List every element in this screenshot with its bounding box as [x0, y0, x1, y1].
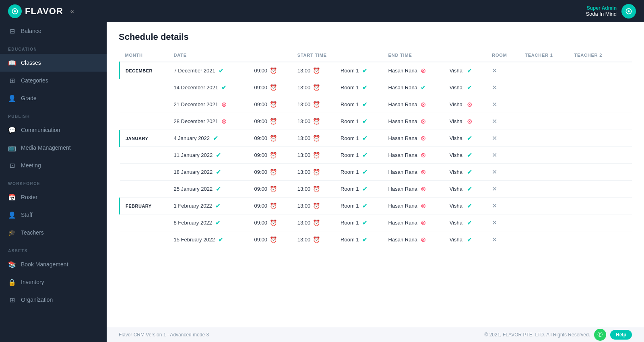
- whatsapp-button[interactable]: ✆: [594, 329, 606, 341]
- close-cell[interactable]: ✕: [486, 62, 519, 79]
- room-value: Room 1: [341, 186, 359, 192]
- close-icon[interactable]: ✕: [492, 202, 497, 209]
- room-value: Room 1: [341, 84, 359, 91]
- close-icon[interactable]: ✕: [492, 219, 497, 226]
- end-time-cell: 13:00⏰: [292, 198, 335, 214]
- teacher1-cell: Hasan Rana⊗: [383, 214, 444, 231]
- month-cell: [120, 231, 168, 248]
- sidebar-item-communication[interactable]: 💬 Communication: [0, 121, 107, 139]
- sidebar-label-meeting: Meeting: [21, 162, 41, 169]
- sidebar-label-categories: Categories: [21, 77, 48, 84]
- t2-check-icon: ✔: [467, 151, 472, 159]
- close-cell[interactable]: ✕: [486, 79, 519, 96]
- date-cell: 8 February 2022✔: [168, 214, 248, 231]
- sidebar-label-organization: Organization: [21, 297, 53, 303]
- sidebar-section-workforce: WORKFORCE: [0, 174, 107, 188]
- teacher1-value: Hasan Rana: [388, 220, 417, 226]
- start-time-cell: 09:00⏰: [249, 62, 292, 79]
- room-check-icon: ✔: [362, 202, 367, 210]
- sidebar-item-balance[interactable]: ⊟ Balance: [0, 22, 107, 40]
- sidebar-label-teachers: Teachers: [21, 229, 44, 236]
- sidebar-label-balance: Balance: [21, 28, 41, 34]
- close-cell[interactable]: ✕: [486, 113, 519, 130]
- logo-text: FLAVOR: [25, 6, 63, 16]
- clock-icon: ⏰: [313, 135, 320, 142]
- footer-right: © 2021, FLAVOR PTE. LTD. All Rights Rese…: [484, 329, 632, 341]
- room-cell: Room 1✔: [335, 113, 383, 130]
- close-icon[interactable]: ✕: [492, 101, 497, 108]
- sidebar-label-media: Media Management: [21, 144, 71, 151]
- close-cell[interactable]: ✕: [486, 214, 519, 231]
- sidebar-item-media-management[interactable]: 📺 Media Management: [0, 139, 107, 157]
- end-time-cell: 13:00⏰: [292, 62, 335, 79]
- help-button[interactable]: Help: [610, 330, 632, 340]
- end-time-value: 13:00: [297, 84, 311, 91]
- start-time-cell: 09:00⏰: [249, 96, 292, 113]
- start-time-cell: 09:00⏰: [249, 214, 292, 231]
- teacher1-value: Hasan Rana: [388, 118, 417, 124]
- close-icon[interactable]: ✕: [492, 118, 497, 125]
- table-row: 11 January 2022✔09:00⏰13:00⏰Room 1✔Hasan…: [120, 147, 632, 164]
- sidebar-item-organization[interactable]: ⊞ Organization: [0, 291, 107, 309]
- clock-icon: ⏰: [270, 169, 277, 176]
- sidebar-item-meeting[interactable]: ⊡ Meeting: [0, 157, 107, 174]
- meeting-icon: ⊡: [8, 161, 16, 169]
- date-cell: 15 February 2022✔: [168, 231, 248, 248]
- close-icon[interactable]: ✕: [492, 152, 497, 159]
- room-check-icon: ✔: [362, 236, 367, 243]
- close-cell[interactable]: ✕: [486, 198, 519, 214]
- sidebar-label-books: Book Management: [21, 261, 68, 268]
- close-icon[interactable]: ✕: [492, 84, 497, 91]
- close-cell[interactable]: ✕: [486, 164, 519, 181]
- t1-error-icon: ⊗: [421, 67, 426, 74]
- teacher2-value: Vishal: [450, 203, 464, 209]
- close-cell[interactable]: ✕: [486, 130, 519, 147]
- close-icon[interactable]: ✕: [492, 236, 497, 243]
- teacher2-value: Vishal: [450, 169, 464, 175]
- month-cell: DECEMBER: [120, 62, 168, 79]
- teacher1-value: Hasan Rana: [388, 237, 417, 243]
- date-cell: 25 January 2022✔: [168, 181, 248, 198]
- date-check-icon: ✔: [218, 236, 223, 243]
- teacher1-cell: Hasan Rana⊗: [383, 164, 444, 181]
- collapse-button[interactable]: «: [70, 8, 74, 15]
- clock-icon: ⏰: [270, 202, 277, 210]
- teacher2-value: Vishal: [450, 237, 464, 243]
- table-row: 15 February 2022✔09:00⏰13:00⏰Room 1✔Hasa…: [120, 231, 632, 248]
- close-icon[interactable]: ✕: [492, 169, 497, 175]
- sidebar-item-roster[interactable]: 📅 Roster: [0, 188, 107, 206]
- close-icon[interactable]: ✕: [492, 185, 497, 192]
- date-value: 8 February 2022: [173, 220, 212, 226]
- sidebar-item-classes[interactable]: 📖 Classes: [0, 54, 107, 72]
- end-time-value: 13:00: [297, 186, 311, 192]
- room-check-icon: ✔: [362, 101, 367, 108]
- teacher1-cell: Hasan Rana⊗: [383, 62, 444, 79]
- sidebar-item-grade[interactable]: 👤 Grade: [0, 89, 107, 107]
- t1-error-icon: ⊗: [421, 219, 426, 227]
- room-value: Room 1: [341, 68, 359, 74]
- date-cell: 1 February 2022✔: [168, 198, 248, 214]
- teacher1-value: Hasan Rana: [388, 135, 417, 141]
- sidebar-label-roster: Roster: [21, 194, 37, 200]
- sidebar-item-staff[interactable]: 👤 Staff: [0, 206, 107, 224]
- sidebar-label-staff: Staff: [21, 212, 33, 218]
- close-cell[interactable]: ✕: [486, 96, 519, 113]
- room-check-icon: ✔: [362, 117, 367, 125]
- close-icon[interactable]: ✕: [492, 67, 497, 74]
- end-time-cell: 13:00⏰: [292, 164, 335, 181]
- sidebar-section-publish: PUBLISH: [0, 107, 107, 121]
- help-label: Help: [616, 332, 626, 338]
- close-icon[interactable]: ✕: [492, 135, 497, 142]
- close-cell[interactable]: ✕: [486, 231, 519, 248]
- sidebar-item-book-management[interactable]: 📚 Book Management: [0, 255, 107, 273]
- date-cell: 11 January 2022✔: [168, 147, 248, 164]
- sidebar-item-categories[interactable]: ⊞ Categories: [0, 72, 107, 89]
- sidebar-item-inventory[interactable]: 🔒 Inventory: [0, 273, 107, 291]
- sidebar-item-teachers[interactable]: 🎓 Teachers: [0, 224, 107, 241]
- month-cell: JANUARY: [120, 130, 168, 147]
- logo-icon: [8, 4, 22, 18]
- teacher2-value: Vishal: [450, 220, 464, 226]
- teacher1-cell: Hasan Rana⊗: [383, 198, 444, 214]
- close-cell[interactable]: ✕: [486, 181, 519, 198]
- close-cell[interactable]: ✕: [486, 147, 519, 164]
